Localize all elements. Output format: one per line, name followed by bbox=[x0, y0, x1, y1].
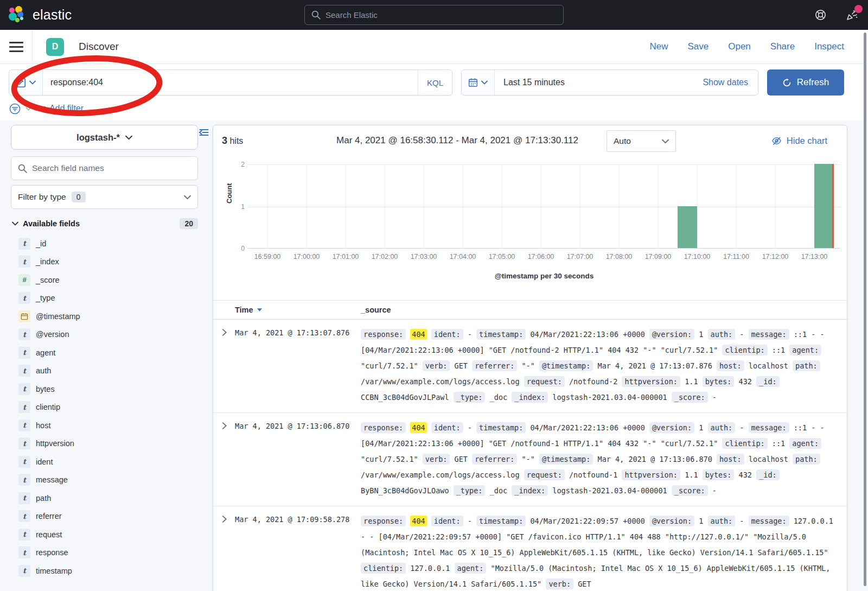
column-header-source: _source bbox=[361, 306, 391, 314]
source-field-badge: verb: bbox=[423, 454, 450, 465]
nav-action-share[interactable]: Share bbox=[770, 41, 795, 52]
nav-action-open[interactable]: Open bbox=[728, 41, 751, 52]
source-field-badge: timestamp: bbox=[476, 516, 526, 526]
field-item-auth[interactable]: tauth bbox=[11, 362, 198, 380]
documents-table: Time _source Mar 4, 2021 @ 17:13:07.876r… bbox=[213, 300, 847, 591]
field-type-date-icon bbox=[18, 310, 30, 322]
field-type-text-icon: t bbox=[18, 456, 30, 468]
show-dates-button[interactable]: Show dates bbox=[703, 78, 758, 87]
field-type-text-icon: t bbox=[18, 565, 30, 577]
field-item-@timestamp[interactable]: @timestamp bbox=[11, 307, 198, 326]
collapse-sidebar-icon[interactable] bbox=[199, 127, 209, 138]
field-item-_index[interactable]: t_index bbox=[11, 253, 198, 271]
newsfeed-icon[interactable] bbox=[845, 9, 858, 22]
source-field-badge: response: bbox=[361, 516, 406, 526]
nav-action-new[interactable]: New bbox=[649, 41, 668, 52]
field-item-response[interactable]: tresponse bbox=[11, 544, 198, 562]
nav-action-save[interactable]: Save bbox=[687, 41, 709, 52]
histogram-bar-17:09:30[interactable] bbox=[678, 206, 697, 249]
nav-action-inspect[interactable]: Inspect bbox=[814, 41, 844, 52]
document-row: Mar 4, 2021 @ 17:13:07.876response: 404 … bbox=[213, 320, 847, 413]
source-field-badge: timestamp: bbox=[476, 422, 526, 433]
field-item-httpversion[interactable]: thttpversion bbox=[11, 435, 198, 453]
notification-dot bbox=[854, 5, 863, 13]
histogram-bar-17:13:00[interactable] bbox=[814, 164, 834, 248]
field-item-message[interactable]: tmessage bbox=[11, 471, 198, 490]
hide-chart-button[interactable]: Hide chart bbox=[771, 136, 827, 146]
field-item-host[interactable]: thost bbox=[11, 416, 198, 435]
x-axis-ticks: 16:59:0017:00:0017:01:0017:02:0017:03:00… bbox=[248, 253, 840, 264]
date-picker: Last 15 minutes Show dates bbox=[461, 69, 758, 96]
field-type-number-icon: # bbox=[18, 274, 30, 286]
help-icon[interactable] bbox=[814, 9, 827, 22]
field-item-_id[interactable]: t_id bbox=[11, 234, 198, 253]
interval-select[interactable]: Auto bbox=[607, 130, 676, 152]
field-item-path[interactable]: tpath bbox=[11, 489, 198, 507]
add-filter-button[interactable]: + Add filter bbox=[42, 104, 84, 113]
calendar-icon bbox=[468, 78, 478, 87]
source-field-badge: agent: bbox=[789, 345, 821, 355]
document-time: Mar 4, 2021 @ 17:09:58.278 bbox=[235, 513, 361, 591]
field-item-bytes[interactable]: tbytes bbox=[11, 380, 198, 398]
field-type-text-icon: t bbox=[18, 347, 30, 359]
time-range-value[interactable]: Last 15 minutes bbox=[495, 78, 703, 87]
field-name: message bbox=[36, 475, 68, 484]
document-row: Mar 4, 2021 @ 17:13:06.870response: 404 … bbox=[213, 413, 847, 506]
query-input[interactable] bbox=[43, 78, 418, 87]
field-item-@version[interactable]: t@version bbox=[11, 326, 198, 344]
source-field-badge: referrer: bbox=[472, 454, 517, 465]
expand-document-icon[interactable] bbox=[213, 420, 235, 499]
field-item-referrer[interactable]: treferrer bbox=[11, 507, 198, 526]
chevron-down-icon[interactable] bbox=[25, 107, 31, 111]
source-field-badge: agent: bbox=[789, 438, 821, 449]
source-field-badge: request: bbox=[524, 376, 565, 387]
field-type-text-icon: t bbox=[18, 529, 30, 541]
field-item-clientip[interactable]: tclientip bbox=[11, 398, 198, 417]
source-field-badge: ident: bbox=[431, 329, 463, 340]
global-header: elastic Search Elastic bbox=[0, 0, 868, 30]
saved-query-menu-button[interactable] bbox=[9, 70, 43, 95]
index-pattern-switcher[interactable]: logstash-* bbox=[11, 125, 198, 150]
expand-document-icon[interactable] bbox=[213, 327, 235, 405]
source-field-badge: clientip: bbox=[722, 345, 767, 355]
vertical-scrollbar[interactable] bbox=[864, 33, 866, 586]
refresh-button[interactable]: Refresh bbox=[767, 69, 844, 96]
field-search-input[interactable] bbox=[32, 163, 191, 173]
highlighted-value: 404 bbox=[410, 329, 426, 340]
field-item-agent[interactable]: tagent bbox=[11, 344, 198, 362]
query-language-button[interactable]: KQL bbox=[418, 70, 452, 95]
elastic-brand[interactable]: elastic bbox=[0, 6, 72, 24]
x-tick-label: 17:06:00 bbox=[528, 253, 554, 260]
discover-app-icon[interactable]: D bbox=[46, 38, 64, 56]
query-bar: KQL bbox=[9, 69, 452, 96]
source-field-badge: _id: bbox=[756, 469, 780, 480]
x-tick-label: 17:01:00 bbox=[333, 253, 359, 260]
source-field-badge: timestamp: bbox=[476, 329, 526, 340]
source-field-badge: _index: bbox=[512, 485, 548, 496]
field-name: response bbox=[36, 548, 68, 557]
menu-icon[interactable] bbox=[9, 42, 23, 52]
field-item-_score[interactable]: #_score bbox=[11, 271, 198, 289]
field-item-timestamp[interactable]: ttimestamp bbox=[11, 562, 198, 580]
search-session-bar: KQL Last 15 minutes Show dates Refresh +… bbox=[0, 64, 868, 116]
column-header-time[interactable]: Time bbox=[213, 306, 361, 314]
field-type-text-icon: t bbox=[18, 365, 30, 377]
filter-icon[interactable] bbox=[9, 103, 21, 115]
x-tick-label: 17:03:00 bbox=[411, 253, 437, 260]
histogram-plot-area: 012 bbox=[248, 164, 840, 249]
filter-by-type-toggle[interactable]: Filter by type 0 bbox=[11, 185, 198, 209]
type-filter-count-badge: 0 bbox=[72, 192, 86, 202]
expand-document-icon[interactable] bbox=[213, 513, 235, 591]
available-fields-toggle[interactable]: Available fields 20 bbox=[12, 218, 198, 229]
field-item-request[interactable]: trequest bbox=[11, 525, 198, 544]
field-item-ident[interactable]: tident bbox=[11, 453, 198, 471]
document-rows: Mar 4, 2021 @ 17:13:07.876response: 404 … bbox=[213, 320, 847, 591]
date-quick-menu-button[interactable] bbox=[462, 70, 495, 95]
search-icon bbox=[18, 164, 27, 173]
global-search-input[interactable]: Search Elastic bbox=[304, 5, 564, 25]
source-field-badge: @version: bbox=[649, 422, 694, 433]
source-field-badge: response: bbox=[361, 422, 406, 433]
field-item-_type[interactable]: t_type bbox=[11, 289, 198, 308]
available-fields-count: 20 bbox=[180, 218, 198, 229]
x-tick-label: 17:05:00 bbox=[489, 253, 515, 260]
